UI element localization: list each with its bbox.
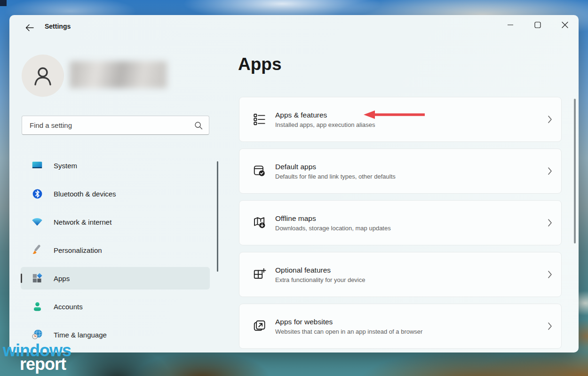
card-subtitle: Websites that can open in an app instead… bbox=[275, 328, 422, 335]
logo-line2: report bbox=[20, 357, 71, 371]
card-offline-maps[interactable]: Offline maps Downloads, storage location… bbox=[239, 200, 562, 245]
sidebar-item-network-internet[interactable]: Network & internet bbox=[21, 211, 210, 233]
avatar[interactable] bbox=[22, 55, 64, 97]
sidebar-item-label: Apps bbox=[54, 274, 70, 282]
time-language-icon bbox=[31, 329, 43, 341]
card-apps-features[interactable]: Apps & features Installed apps, app exec… bbox=[239, 97, 562, 142]
sidebar-scrollbar[interactable] bbox=[217, 161, 218, 272]
back-arrow-icon bbox=[24, 23, 35, 33]
sidebar-item-apps[interactable]: Apps bbox=[21, 267, 210, 290]
card-text: Default apps Defaults for file and link … bbox=[275, 163, 396, 180]
search-box[interactable] bbox=[22, 116, 209, 135]
sidebar-item-label: Personalization bbox=[54, 246, 102, 254]
chevron-right-icon bbox=[547, 218, 553, 227]
close-button[interactable] bbox=[551, 15, 579, 35]
card-title: Offline maps bbox=[275, 214, 391, 223]
personalization-icon bbox=[31, 244, 43, 256]
window-controls bbox=[497, 15, 579, 35]
sidebar-item-label: Network & internet bbox=[54, 218, 111, 226]
minimize-button[interactable] bbox=[497, 15, 524, 35]
network-icon bbox=[31, 216, 43, 228]
page-title: Apps bbox=[238, 55, 282, 74]
default-apps-icon bbox=[253, 164, 267, 178]
system-icon bbox=[31, 159, 43, 172]
chevron-right-icon bbox=[547, 166, 553, 176]
card-optional-features[interactable]: Optional features Extra functionality fo… bbox=[239, 252, 562, 297]
minimize-icon bbox=[507, 22, 514, 28]
card-subtitle: Downloads, storage location, map updates bbox=[275, 225, 391, 232]
card-subtitle: Extra functionality for your device bbox=[275, 276, 365, 283]
card-title: Optional features bbox=[275, 266, 365, 274]
apps-websites-icon bbox=[253, 319, 267, 333]
search-input[interactable] bbox=[30, 121, 194, 129]
desktop: Settings bbox=[0, 0, 588, 376]
sidebar-item-label: Accounts bbox=[54, 303, 83, 311]
sidebar-item-accounts[interactable]: Accounts bbox=[21, 295, 210, 318]
apps-features-icon bbox=[253, 112, 267, 126]
card-text: Apps & features Installed apps, app exec… bbox=[275, 111, 375, 128]
sidebar-item-personalization[interactable]: Personalization bbox=[21, 239, 210, 261]
card-text: Apps for websites Websites that can open… bbox=[275, 318, 422, 335]
card-default-apps[interactable]: Default apps Defaults for file and link … bbox=[239, 149, 562, 194]
chevron-right-icon bbox=[547, 115, 553, 124]
sidebar-item-bluetooth-devices[interactable]: Bluetooth & devices bbox=[21, 182, 210, 205]
card-title: Default apps bbox=[275, 163, 396, 171]
card-text: Optional features Extra functionality fo… bbox=[275, 266, 365, 283]
window-title: Settings bbox=[45, 23, 71, 30]
chevron-right-icon bbox=[547, 270, 553, 279]
content-scrollbar[interactable] bbox=[574, 99, 576, 243]
chevron-right-icon bbox=[547, 321, 553, 331]
sidebar-item-label: Bluetooth & devices bbox=[54, 190, 116, 198]
card-title: Apps for websites bbox=[275, 318, 422, 326]
background-window-fragment bbox=[0, 0, 7, 6]
search-icon bbox=[194, 121, 203, 130]
offline-maps-icon bbox=[253, 216, 267, 230]
maximize-button[interactable] bbox=[524, 15, 551, 35]
sidebar-item-label: Time & language bbox=[54, 331, 107, 339]
card-subtitle: Defaults for file and link types, other … bbox=[275, 173, 396, 180]
close-icon bbox=[562, 22, 568, 28]
settings-window: Settings bbox=[9, 15, 579, 352]
card-text: Offline maps Downloads, storage location… bbox=[275, 214, 391, 232]
apps-icon bbox=[31, 272, 43, 284]
bluetooth-icon bbox=[31, 188, 43, 200]
sidebar-item-system[interactable]: System bbox=[21, 154, 210, 177]
card-title: Apps & features bbox=[275, 111, 375, 119]
titlebar[interactable]: Settings bbox=[9, 15, 579, 38]
windows-report-logo: windows report bbox=[3, 344, 71, 371]
maximize-icon bbox=[534, 22, 541, 28]
card-subtitle: Installed apps, app execution aliases bbox=[275, 121, 375, 128]
user-name-redacted bbox=[70, 61, 167, 88]
card-apps-for-websites[interactable]: Apps for websites Websites that can open… bbox=[239, 304, 562, 349]
user-icon bbox=[31, 63, 55, 88]
back-button[interactable] bbox=[22, 21, 38, 35]
optional-features-icon bbox=[253, 267, 267, 282]
selection-pill bbox=[21, 274, 22, 283]
accounts-icon bbox=[31, 300, 43, 313]
sidebar-item-label: System bbox=[54, 162, 77, 170]
